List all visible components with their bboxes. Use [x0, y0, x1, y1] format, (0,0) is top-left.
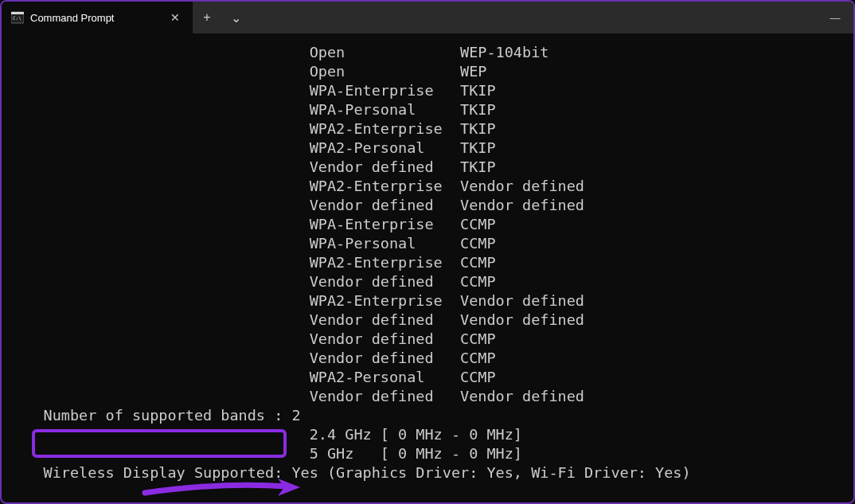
tab-command-prompt[interactable]: C:\ Command Prompt ✕	[2, 2, 193, 33]
titlebar-drag-region[interactable]	[250, 2, 817, 33]
svg-rect-1	[11, 12, 24, 14]
cmd-icon: C:\	[11, 11, 24, 24]
tab-dropdown-button[interactable]: ⌄	[221, 2, 250, 33]
tab-actions: + ⌄	[193, 2, 250, 33]
tab-title: Command Prompt	[30, 12, 161, 24]
terminal-text: Open WEP-104bit Open WEP WPA-Enterprise …	[8, 44, 691, 481]
close-tab-button[interactable]: ✕	[167, 10, 183, 25]
window-controls: —	[817, 2, 853, 33]
titlebar: C:\ Command Prompt ✕ + ⌄ —	[2, 2, 853, 33]
svg-text:C:\: C:\	[13, 15, 21, 21]
new-tab-button[interactable]: +	[193, 2, 221, 33]
minimize-button[interactable]: —	[817, 2, 853, 33]
terminal-output[interactable]: Open WEP-104bit Open WEP WPA-Enterprise …	[2, 33, 853, 502]
